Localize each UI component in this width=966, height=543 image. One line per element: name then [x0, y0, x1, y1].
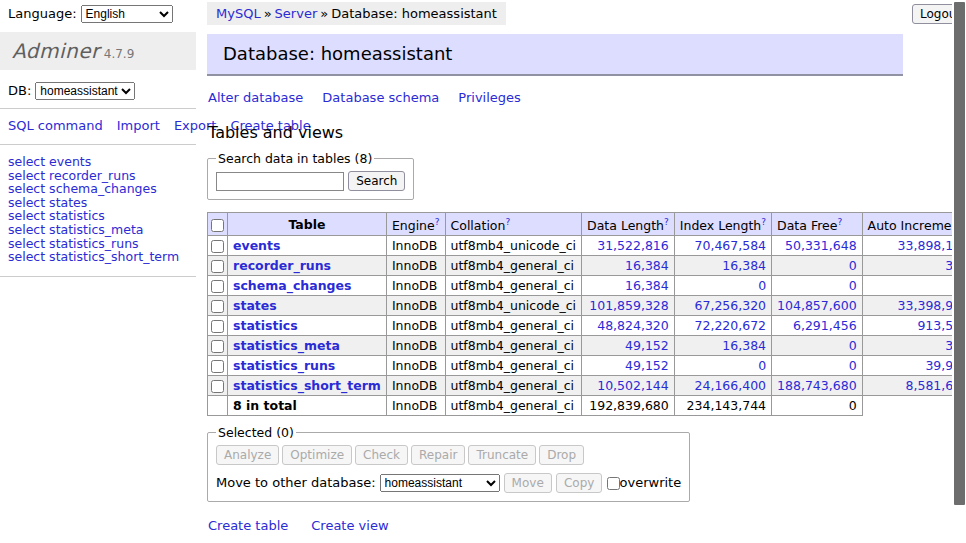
engine-cell: InnoDB	[386, 296, 445, 316]
truncate-button[interactable]: Truncate	[468, 445, 536, 465]
data-free-link[interactable]: 50,331,648	[785, 238, 857, 253]
db-select[interactable]: homeassistant	[35, 82, 135, 100]
sidebar-select-statistics_meta[interactable]: select statistics_meta	[8, 223, 188, 237]
data-length-link[interactable]: 16,384	[625, 258, 669, 273]
tables-and-views-heading: Tables and views	[208, 123, 948, 142]
row-checkbox[interactable]	[211, 320, 224, 333]
data-free-link[interactable]: 0	[849, 258, 857, 273]
column-header-data-length: Data Length?	[582, 213, 675, 236]
engine-cell: InnoDB	[386, 336, 445, 356]
sidebar-select-recorder_runs[interactable]: select recorder_runs	[8, 169, 188, 183]
table-header: TableEngine?Collation?Data Length?Index …	[208, 213, 966, 236]
language-row: Language:English	[0, 0, 196, 28]
help-icon[interactable]: ?	[505, 217, 510, 227]
analyze-button[interactable]: Analyze	[216, 445, 279, 465]
move-label: Move to other database:	[216, 475, 376, 490]
table-link-statistics_runs[interactable]: statistics_runs	[233, 358, 335, 373]
scrollbar-thumb[interactable]	[954, 2, 965, 505]
table-link-statistics[interactable]: statistics	[233, 318, 298, 333]
create-view-link[interactable]: Create view	[311, 518, 388, 533]
db-selector-row: DB:homeassistant	[0, 70, 196, 108]
help-icon[interactable]: ?	[837, 217, 842, 227]
row-checkbox[interactable]	[211, 300, 224, 313]
help-icon[interactable]: ?	[761, 217, 766, 227]
selected-fieldset: Selected (0) AnalyzeOptimizeCheckRepairT…	[207, 425, 690, 502]
auto-increment-cell: 8,581,645	[862, 376, 966, 396]
table-link-events[interactable]: events	[233, 238, 280, 253]
index-length-link[interactable]: 67,256,320	[695, 298, 767, 313]
auto-increment-cell: 913,577	[862, 316, 966, 336]
index-length-link[interactable]: 24,166,400	[695, 378, 767, 393]
data-length-link[interactable]: 31,522,816	[597, 238, 669, 253]
table-name-cell: statistics_meta	[228, 336, 387, 356]
data-length-link[interactable]: 49,152	[625, 358, 669, 373]
data-free-link[interactable]: 188,743,680	[777, 378, 857, 393]
adminer-logo[interactable]: Adminer	[12, 39, 100, 63]
sidebar-select-states[interactable]: select states	[8, 196, 188, 210]
breadcrumb-server-link[interactable]: Server	[275, 6, 318, 21]
sidebar-select-events[interactable]: select events	[8, 155, 188, 169]
data-length-link[interactable]: 49,152	[625, 338, 669, 353]
breadcrumb-mysql-link[interactable]: MySQL	[216, 6, 261, 21]
table-link-statistics_short_term[interactable]: statistics_short_term	[233, 378, 381, 393]
privileges-link[interactable]: Privileges	[458, 90, 521, 105]
data-free-link[interactable]: 6,291,456	[793, 318, 857, 333]
data-free-link[interactable]: 0	[849, 278, 857, 293]
help-icon[interactable]: ?	[664, 217, 669, 227]
index-length-link[interactable]: 70,467,584	[695, 238, 767, 253]
alter-database-link[interactable]: Alter database	[208, 90, 303, 105]
data-length-link[interactable]: 10,502,144	[597, 378, 669, 393]
overwrite-checkbox[interactable]	[607, 477, 620, 490]
sidebar-link-sql-command[interactable]: SQL command	[8, 118, 103, 133]
table-link-schema_changes[interactable]: schema_changes	[233, 278, 351, 293]
row-checkbox[interactable]	[211, 280, 224, 293]
language-select[interactable]: English	[81, 5, 173, 23]
data-free-link[interactable]: 0	[849, 358, 857, 373]
row-checkbox[interactable]	[211, 240, 224, 253]
database-schema-link[interactable]: Database schema	[322, 90, 439, 105]
help-icon[interactable]: ?	[435, 217, 440, 227]
sidebar-select-schema_changes[interactable]: select schema_changes	[8, 182, 188, 196]
data-length-link[interactable]: 48,824,320	[597, 318, 669, 333]
move-button[interactable]: Move	[504, 473, 552, 493]
table-link-states[interactable]: states	[233, 298, 277, 313]
table-link-statistics_meta[interactable]: statistics_meta	[233, 338, 340, 353]
table-row: statistics_short_termInnoDButf8mb4_gener…	[208, 376, 966, 396]
create-table-link[interactable]: Create table	[208, 518, 288, 533]
sidebar-link-import[interactable]: Import	[117, 118, 160, 133]
data-free-link[interactable]: 104,857,600	[777, 298, 857, 313]
index-length-cell: 67,256,320	[674, 296, 771, 316]
data-free-link[interactable]: 0	[849, 338, 857, 353]
index-length-link[interactable]: 16,384	[722, 258, 766, 273]
sidebar-select-statistics_runs[interactable]: select statistics_runs	[8, 237, 188, 251]
copy-button[interactable]: Copy	[556, 473, 602, 493]
row-checkbox[interactable]	[211, 260, 224, 273]
column-header-table: Table	[228, 213, 387, 236]
index-length-link[interactable]: 72,220,672	[695, 318, 767, 333]
index-length-link[interactable]: 16,384	[722, 338, 766, 353]
search-input[interactable]	[216, 172, 344, 191]
row-checkbox[interactable]	[211, 380, 224, 393]
table-row: statisticsInnoDButf8mb4_general_ci48,824…	[208, 316, 966, 336]
vertical-scrollbar[interactable]	[952, 0, 966, 543]
data-length-link[interactable]: 16,384	[625, 278, 669, 293]
optimize-button[interactable]: Optimize	[282, 445, 352, 465]
drop-button[interactable]: Drop	[539, 445, 584, 465]
data-length-link[interactable]: 101,859,328	[589, 298, 669, 313]
move-db-select[interactable]: homeassistant	[380, 474, 500, 492]
index-length-link[interactable]: 0	[758, 358, 766, 373]
sidebar-select-statistics[interactable]: select statistics	[8, 209, 188, 223]
adminer-version: 4.7.9	[104, 47, 135, 61]
sidebar-select-statistics_short_term[interactable]: select statistics_short_term	[8, 250, 188, 264]
check-button[interactable]: Check	[355, 445, 408, 465]
index-length-cell: 0	[674, 356, 771, 376]
row-checkbox[interactable]	[211, 360, 224, 373]
table-name-cell: schema_changes	[228, 276, 387, 296]
column-header-label: Auto Increment	[868, 218, 965, 233]
index-length-link[interactable]: 0	[758, 278, 766, 293]
table-link-recorder_runs[interactable]: recorder_runs	[233, 258, 331, 273]
row-checkbox[interactable]	[211, 340, 224, 353]
search-button[interactable]: Search	[348, 171, 405, 191]
select-all-checkbox[interactable]	[211, 219, 224, 232]
repair-button[interactable]: Repair	[411, 445, 465, 465]
